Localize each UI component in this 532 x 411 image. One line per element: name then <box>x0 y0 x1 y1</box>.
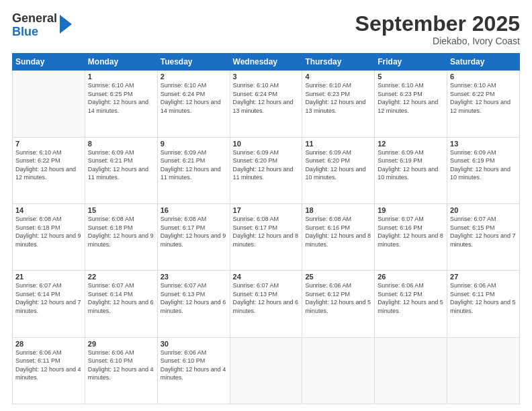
day-number: 4 <box>305 73 371 81</box>
table-row: 16Sunrise: 6:08 AM Sunset: 6:17 PM Dayli… <box>157 203 230 270</box>
table-row <box>375 337 447 404</box>
calendar-header-row: Sunday Monday Tuesday Wednesday Thursday… <box>13 54 520 71</box>
day-info: Sunrise: 6:08 AM Sunset: 6:17 PM Dayligh… <box>161 215 227 248</box>
day-number: 13 <box>450 140 517 148</box>
calendar-week-row: 21Sunrise: 6:07 AM Sunset: 6:14 PM Dayli… <box>13 271 520 337</box>
table-row: 14Sunrise: 6:08 AM Sunset: 6:18 PM Dayli… <box>13 203 85 270</box>
table-row: 25Sunrise: 6:06 AM Sunset: 6:12 PM Dayli… <box>302 271 375 337</box>
day-number: 30 <box>161 340 227 348</box>
table-row: 4Sunrise: 6:10 AM Sunset: 6:23 PM Daylig… <box>302 71 375 137</box>
day-number: 16 <box>161 206 227 214</box>
day-info: Sunrise: 6:07 AM Sunset: 6:13 PM Dayligh… <box>161 281 227 315</box>
table-row <box>230 337 302 404</box>
table-row: 13Sunrise: 6:09 AM Sunset: 6:19 PM Dayli… <box>447 137 520 203</box>
day-number: 7 <box>15 140 82 148</box>
day-info: Sunrise: 6:10 AM Sunset: 6:24 PM Dayligh… <box>161 81 227 115</box>
table-row: 27Sunrise: 6:06 AM Sunset: 6:11 PM Dayli… <box>447 271 520 337</box>
table-row: 20Sunrise: 6:07 AM Sunset: 6:15 PM Dayli… <box>447 203 520 270</box>
day-info: Sunrise: 6:09 AM Sunset: 6:19 PM Dayligh… <box>450 148 517 182</box>
day-info: Sunrise: 6:08 AM Sunset: 6:18 PM Dayligh… <box>88 215 154 248</box>
table-row: 5Sunrise: 6:10 AM Sunset: 6:23 PM Daylig… <box>375 71 447 137</box>
table-row: 8Sunrise: 6:09 AM Sunset: 6:21 PM Daylig… <box>85 137 157 203</box>
day-number: 1 <box>88 73 154 81</box>
day-number: 15 <box>88 206 154 214</box>
day-info: Sunrise: 6:09 AM Sunset: 6:19 PM Dayligh… <box>378 148 444 182</box>
day-info: Sunrise: 6:08 AM Sunset: 6:16 PM Dayligh… <box>305 215 371 248</box>
logo-arrow-icon <box>60 15 72 34</box>
header-saturday: Saturday <box>447 54 520 71</box>
table-row: 21Sunrise: 6:07 AM Sunset: 6:14 PM Dayli… <box>13 271 85 337</box>
table-row: 29Sunrise: 6:06 AM Sunset: 6:10 PM Dayli… <box>85 337 157 404</box>
logo: General Blue <box>12 12 72 39</box>
table-row: 1Sunrise: 6:10 AM Sunset: 6:25 PM Daylig… <box>85 71 157 137</box>
day-number: 2 <box>161 73 227 81</box>
day-number: 20 <box>450 206 517 214</box>
day-number: 8 <box>88 140 154 148</box>
table-row: 19Sunrise: 6:07 AM Sunset: 6:16 PM Dayli… <box>375 203 447 270</box>
day-info: Sunrise: 6:07 AM Sunset: 6:14 PM Dayligh… <box>88 281 154 315</box>
day-info: Sunrise: 6:07 AM Sunset: 6:14 PM Dayligh… <box>15 281 82 315</box>
header-sunday: Sunday <box>13 54 85 71</box>
header-thursday: Thursday <box>302 54 375 71</box>
day-number: 3 <box>233 73 300 81</box>
day-info: Sunrise: 6:06 AM Sunset: 6:11 PM Dayligh… <box>15 349 82 382</box>
header-monday: Monday <box>85 54 157 71</box>
day-number: 14 <box>15 206 82 214</box>
day-info: Sunrise: 6:06 AM Sunset: 6:10 PM Dayligh… <box>161 349 227 382</box>
table-row: 11Sunrise: 6:09 AM Sunset: 6:20 PM Dayli… <box>302 137 375 203</box>
logo-blue: Blue <box>12 26 57 39</box>
calendar-week-row: 1Sunrise: 6:10 AM Sunset: 6:25 PM Daylig… <box>13 71 520 137</box>
header-friday: Friday <box>375 54 447 71</box>
table-row: 22Sunrise: 6:07 AM Sunset: 6:14 PM Dayli… <box>85 271 157 337</box>
day-info: Sunrise: 6:09 AM Sunset: 6:20 PM Dayligh… <box>305 148 371 182</box>
calendar-week-row: 28Sunrise: 6:06 AM Sunset: 6:11 PM Dayli… <box>13 337 520 404</box>
calendar-table: Sunday Monday Tuesday Wednesday Thursday… <box>12 53 520 404</box>
calendar-title: September 2025 <box>355 12 520 36</box>
header: General Blue September 2025 Diekabo, Ivo… <box>12 12 520 46</box>
table-row: 24Sunrise: 6:07 AM Sunset: 6:13 PM Dayli… <box>230 271 302 337</box>
table-row: 7Sunrise: 6:10 AM Sunset: 6:22 PM Daylig… <box>13 137 85 203</box>
table-row <box>447 337 520 404</box>
table-row: 2Sunrise: 6:10 AM Sunset: 6:24 PM Daylig… <box>157 71 230 137</box>
day-info: Sunrise: 6:07 AM Sunset: 6:15 PM Dayligh… <box>450 215 517 248</box>
table-row: 15Sunrise: 6:08 AM Sunset: 6:18 PM Dayli… <box>85 203 157 270</box>
day-info: Sunrise: 6:09 AM Sunset: 6:21 PM Dayligh… <box>161 148 227 182</box>
day-info: Sunrise: 6:10 AM Sunset: 6:25 PM Dayligh… <box>88 81 154 115</box>
day-number: 5 <box>378 73 444 81</box>
day-number: 29 <box>88 340 154 348</box>
day-info: Sunrise: 6:10 AM Sunset: 6:23 PM Dayligh… <box>305 81 371 115</box>
calendar-week-row: 14Sunrise: 6:08 AM Sunset: 6:18 PM Dayli… <box>13 203 520 270</box>
day-info: Sunrise: 6:09 AM Sunset: 6:20 PM Dayligh… <box>233 148 300 182</box>
table-row: 3Sunrise: 6:10 AM Sunset: 6:24 PM Daylig… <box>230 71 302 137</box>
table-row: 6Sunrise: 6:10 AM Sunset: 6:22 PM Daylig… <box>447 71 520 137</box>
day-info: Sunrise: 6:06 AM Sunset: 6:11 PM Dayligh… <box>450 281 517 315</box>
table-row: 26Sunrise: 6:06 AM Sunset: 6:12 PM Dayli… <box>375 271 447 337</box>
day-number: 18 <box>305 206 371 214</box>
day-number: 28 <box>15 340 82 348</box>
logo-general: General <box>12 12 57 26</box>
day-info: Sunrise: 6:08 AM Sunset: 6:17 PM Dayligh… <box>233 215 300 248</box>
calendar-week-row: 7Sunrise: 6:10 AM Sunset: 6:22 PM Daylig… <box>13 137 520 203</box>
header-tuesday: Tuesday <box>157 54 230 71</box>
day-number: 21 <box>15 273 82 281</box>
day-number: 6 <box>450 73 517 81</box>
day-info: Sunrise: 6:10 AM Sunset: 6:22 PM Dayligh… <box>15 148 82 182</box>
page: General Blue September 2025 Diekabo, Ivo… <box>0 0 532 411</box>
table-row: 9Sunrise: 6:09 AM Sunset: 6:21 PM Daylig… <box>157 137 230 203</box>
day-number: 24 <box>233 273 300 281</box>
title-block: September 2025 Diekabo, Ivory Coast <box>355 12 520 46</box>
day-number: 22 <box>88 273 154 281</box>
header-wednesday: Wednesday <box>230 54 302 71</box>
day-info: Sunrise: 6:06 AM Sunset: 6:12 PM Dayligh… <box>305 281 371 315</box>
day-info: Sunrise: 6:10 AM Sunset: 6:24 PM Dayligh… <box>233 81 300 115</box>
day-info: Sunrise: 6:09 AM Sunset: 6:21 PM Dayligh… <box>88 148 154 182</box>
table-row: 28Sunrise: 6:06 AM Sunset: 6:11 PM Dayli… <box>13 337 85 404</box>
day-info: Sunrise: 6:06 AM Sunset: 6:10 PM Dayligh… <box>88 349 154 382</box>
day-number: 12 <box>378 140 444 148</box>
day-info: Sunrise: 6:08 AM Sunset: 6:18 PM Dayligh… <box>15 215 82 248</box>
day-number: 11 <box>305 140 371 148</box>
table-row: 12Sunrise: 6:09 AM Sunset: 6:19 PM Dayli… <box>375 137 447 203</box>
day-number: 9 <box>161 140 227 148</box>
day-info: Sunrise: 6:06 AM Sunset: 6:12 PM Dayligh… <box>378 281 444 315</box>
day-number: 10 <box>233 140 300 148</box>
